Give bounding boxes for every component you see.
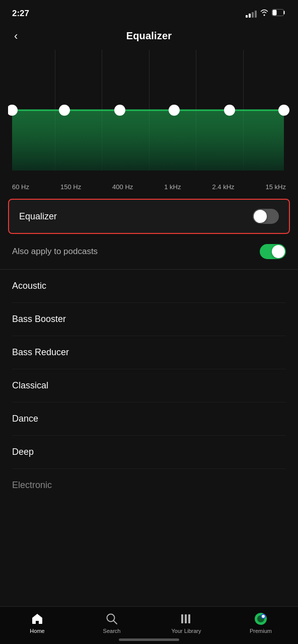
eq-handle-5[interactable] — [224, 105, 235, 116]
freq-label-4: 1 kHz — [164, 183, 181, 191]
preset-list: Acoustic Bass Booster Bass Reducer Class… — [0, 270, 298, 502]
preset-acoustic[interactable]: Acoustic — [12, 270, 286, 303]
eq-handle-2[interactable] — [59, 105, 70, 116]
library-icon — [179, 612, 193, 626]
back-button[interactable]: ‹ — [10, 28, 22, 45]
svg-rect-6 — [188, 614, 190, 623]
content-area: 60 Hz 150 Hz 400 Hz 1 kHz 2.4 kHz 15 kHz… — [0, 50, 298, 562]
nav-library[interactable]: Your Library — [166, 612, 206, 634]
page-title: Equalizer — [126, 30, 172, 42]
svg-point-10 — [262, 615, 265, 618]
status-time: 2:27 — [12, 9, 29, 19]
equalizer-label: Equalizer — [19, 211, 57, 222]
preset-dance[interactable]: Dance — [12, 403, 286, 436]
preset-deep[interactable]: Deep — [12, 436, 286, 469]
svg-line-3 — [114, 621, 117, 624]
eq-chart[interactable]: 60 Hz 150 Hz 400 Hz 1 kHz 2.4 kHz 15 kHz — [8, 50, 290, 191]
preset-bass-booster[interactable]: Bass Booster — [12, 303, 286, 336]
podcasts-toggle-thumb — [272, 245, 285, 258]
freq-label-2: 150 Hz — [60, 183, 81, 191]
nav-search-label: Search — [103, 628, 121, 634]
search-icon — [105, 612, 119, 626]
eq-handle-3[interactable] — [114, 105, 125, 116]
eq-frequency-labels: 60 Hz 150 Hz 400 Hz 1 kHz 2.4 kHz 15 kHz — [8, 183, 290, 191]
battery-icon — [272, 9, 286, 18]
podcasts-label: Also apply to podcasts — [12, 247, 98, 257]
preset-classical[interactable]: Classical — [12, 369, 286, 403]
nav-premium[interactable]: Premium — [241, 612, 281, 634]
equalizer-toggle-row[interactable]: Equalizer — [8, 199, 290, 234]
nav-search[interactable]: Search — [92, 612, 132, 634]
eq-curve-svg[interactable] — [8, 50, 290, 171]
equalizer-toggle[interactable] — [253, 209, 279, 224]
svg-rect-4 — [181, 614, 183, 623]
preset-bass-reducer[interactable]: Bass Reducer — [12, 336, 286, 369]
home-indicator — [119, 638, 179, 641]
status-bar: 2:27 — [0, 0, 298, 25]
freq-label-5: 2.4 kHz — [212, 183, 234, 191]
premium-icon — [254, 612, 268, 626]
podcasts-toggle[interactable] — [260, 244, 286, 259]
freq-label-6: 15 kHz — [266, 183, 286, 191]
freq-label-3: 400 Hz — [112, 183, 133, 191]
header: ‹ Equalizer — [0, 25, 298, 50]
podcasts-toggle-row[interactable]: Also apply to podcasts — [0, 234, 298, 270]
nav-premium-label: Premium — [250, 628, 272, 634]
home-icon — [30, 612, 44, 626]
nav-library-label: Your Library — [172, 628, 201, 634]
wifi-icon — [260, 9, 269, 18]
signal-icon — [246, 10, 257, 18]
nav-home[interactable]: Home — [17, 612, 57, 634]
nav-items: Home Search Your Library — [0, 612, 298, 634]
nav-home-label: Home — [30, 628, 44, 634]
svg-rect-1 — [273, 10, 277, 16]
preset-electronic[interactable]: Electronic — [12, 469, 286, 502]
eq-handle-4[interactable] — [169, 105, 180, 116]
svg-rect-5 — [185, 614, 187, 623]
status-icons — [246, 9, 286, 18]
equalizer-toggle-thumb — [254, 210, 267, 223]
eq-handle-6[interactable] — [278, 105, 289, 116]
freq-label-1: 60 Hz — [12, 183, 29, 191]
